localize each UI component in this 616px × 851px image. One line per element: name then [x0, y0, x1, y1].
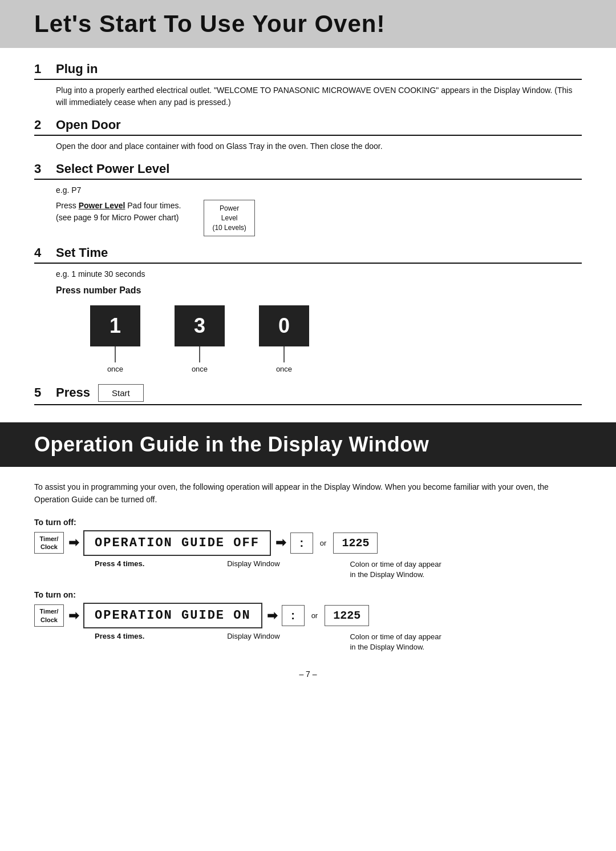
arrow-right-off-1: ➡ [68, 535, 79, 550]
section-2-number: 2 [34, 118, 47, 132]
op-guide-body: To assist you in programming your oven, … [34, 481, 582, 653]
power-level-btn-line1: Power [220, 204, 239, 212]
op-guide-intro: To assist you in programming your oven, … [34, 481, 582, 506]
timer-clock-line1-on: Timer/ [40, 608, 59, 615]
time-box-on: 1225 [325, 605, 369, 626]
section-4: 4 Set Time e.g. 1 minute 30 seconds Pres… [34, 245, 582, 375]
op-guide-banner: Operation Guide in the Display Window [0, 422, 616, 467]
section-4-title: Set Time [56, 245, 108, 260]
display-window-label-on: Display Window [149, 632, 341, 640]
display-window-label-off: Display Window [149, 559, 341, 568]
power-level-btn-line3: (10 Levels) [212, 224, 246, 232]
timer-clock-line2-on: Clock [40, 616, 58, 623]
time-label-off: 1225 [342, 537, 369, 550]
power-level-press-line: Press Power Level Pad four times. [56, 200, 181, 212]
pad-line-1 [115, 346, 116, 362]
turn-on-diagram-row: Timer/ Clock ➡ OPERATION GUIDE ON ➡ : or… [34, 603, 582, 628]
pad-item-2: 3 once [175, 305, 225, 375]
section-2-body: Open the door and place container with f… [34, 140, 582, 152]
section-5-number: 5 [34, 385, 47, 400]
op-guide-turn-off-section: To turn off: Timer/ Clock ➡ OPERATION GU… [34, 518, 582, 580]
turn-off-label: To turn off: [34, 518, 582, 527]
section-1: 1 Plug in Plug into a properly earthed e… [34, 62, 582, 108]
timer-clock-line1-off: Timer/ [40, 535, 59, 542]
colon-label-on: : [291, 609, 295, 622]
section-3-body: e.g. P7 Press Power Level Pad four times… [34, 184, 582, 236]
or-label-on: or [311, 611, 318, 620]
page-number: – 7 – [34, 669, 582, 679]
power-level-button: Power Level (10 Levels) [204, 200, 254, 236]
time-box-off: 1225 [333, 533, 378, 554]
power-level-press-text1: Press [56, 201, 79, 210]
pad-label-2: once [192, 364, 208, 375]
pad-label-3: once [276, 364, 292, 375]
start-button-label: Start [112, 388, 130, 398]
arrow-right-off-2: ➡ [275, 535, 286, 550]
press-times-label-off: Press 4 times. [95, 559, 144, 568]
section-3-number: 3 [34, 162, 47, 176]
timer-clock-btn-on[interactable]: Timer/ Clock [34, 604, 64, 627]
section-4-number: 4 [34, 245, 47, 260]
section-5-header: 5 Press Start [34, 384, 582, 405]
pad-item-3: 0 once [259, 305, 309, 375]
page: Let's Start To Use Your Oven! 1 Plug in … [0, 0, 616, 851]
section-1-number: 1 [34, 62, 47, 76]
display-window-box-on: OPERATION GUIDE ON [83, 603, 262, 628]
pad-box-3: 0 [259, 305, 309, 346]
number-pads-row: 1 once 3 once 0 once [90, 305, 582, 375]
timer-clock-btn-off[interactable]: Timer/ Clock [34, 532, 64, 554]
turn-on-label: To turn on: [34, 590, 582, 599]
colon-time-note-on: Colon or time of day appear in the Displ… [350, 632, 441, 652]
pad-line-2 [199, 346, 200, 362]
section-4-body: e.g. 1 minute 30 seconds Press number Pa… [34, 268, 582, 375]
time-label-on: 1225 [333, 609, 360, 622]
section-5: 5 Press Start [34, 384, 582, 405]
section-4-eg: e.g. 1 minute 30 seconds [56, 268, 582, 280]
section-1-header: 1 Plug in [34, 62, 582, 80]
op-guide-title: Operation Guide in the Display Window [34, 433, 582, 457]
section-2-text: Open the door and place container with f… [56, 140, 582, 152]
power-level-btn-line2: Level [221, 214, 238, 222]
press-times-label-on: Press 4 times. [95, 632, 144, 640]
pad-label-1: once [107, 364, 123, 375]
section-2: 2 Open Door Open the door and place cont… [34, 118, 582, 152]
power-level-bold-text: Power Level [79, 201, 125, 210]
turn-off-labels-row: Press 4 times. Display Window Colon or t… [34, 559, 582, 580]
section-5-title: Press [56, 385, 90, 400]
section-4-header: 4 Set Time [34, 245, 582, 264]
section-2-title: Open Door [56, 118, 121, 132]
section-3-header: 3 Select Power Level [34, 162, 582, 180]
pad-line-3 [283, 346, 285, 362]
op-guide-turn-on-section: To turn on: Timer/ Clock ➡ OPERATION GUI… [34, 590, 582, 652]
power-level-area: Press Power Level Pad four times. (see p… [56, 200, 582, 236]
display-text-on: OPERATION GUIDE ON [95, 608, 251, 623]
main-title: Let's Start To Use Your Oven! [34, 10, 582, 38]
pad-item-1: 1 once [90, 305, 140, 375]
power-level-note: (see page 9 for Micro Power chart) [56, 212, 181, 224]
section-1-body: Plug into a properly earthed electrical … [34, 84, 582, 108]
arrow-right-on-2: ➡ [267, 608, 277, 623]
turn-on-labels-row: Press 4 times. Display Window Colon or t… [34, 632, 582, 652]
section-3-eg: e.g. P7 [56, 184, 582, 196]
pad-box-2: 3 [175, 305, 225, 346]
main-title-banner: Let's Start To Use Your Oven! [0, 0, 616, 48]
display-window-box-off: OPERATION GUIDE OFF [83, 530, 271, 556]
timer-clock-line2-off: Clock [40, 543, 58, 550]
colon-box-on: : [282, 605, 305, 626]
section-3: 3 Select Power Level e.g. P7 Press Power… [34, 162, 582, 236]
pad-box-1: 1 [90, 305, 140, 346]
press-number-pads-label: Press number Pads [56, 284, 582, 297]
colon-time-note-off: Colon or time of day appear in the Displ… [350, 559, 441, 580]
colon-label-off: : [300, 537, 304, 549]
section-3-title: Select Power Level [56, 162, 169, 176]
display-text-off: OPERATION GUIDE OFF [95, 536, 260, 550]
or-label-off: or [320, 539, 327, 547]
arrow-right-on-1: ➡ [68, 608, 79, 623]
turn-off-diagram-row: Timer/ Clock ➡ OPERATION GUIDE OFF ➡ : o… [34, 530, 582, 556]
power-level-press-text2: Pad four times. [125, 201, 181, 210]
section-2-header: 2 Open Door [34, 118, 582, 136]
power-level-instructions: Press Power Level Pad four times. (see p… [56, 200, 181, 224]
start-button[interactable]: Start [98, 384, 144, 402]
section-1-title: Plug in [56, 62, 98, 76]
section-1-text: Plug into a properly earthed electrical … [56, 84, 582, 108]
